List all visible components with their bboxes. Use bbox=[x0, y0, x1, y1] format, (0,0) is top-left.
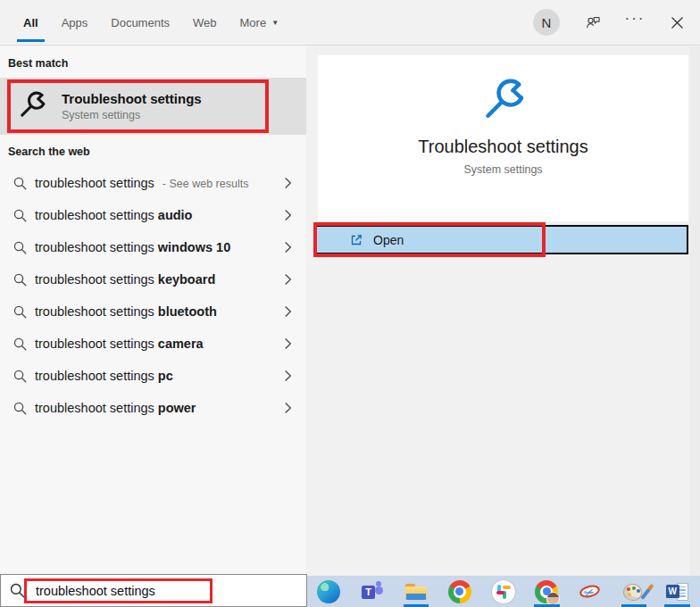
chevron-right-icon bbox=[283, 208, 293, 222]
chevron-right-icon bbox=[283, 272, 293, 287]
file-explorer-icon bbox=[404, 580, 428, 603]
web-suggestion-bluetooth[interactable]: troubleshoot settingsbluetooth bbox=[0, 295, 306, 328]
chevron-right-icon bbox=[283, 176, 293, 190]
web-suggestion-windows-10[interactable]: troubleshoot settingswindows 10 bbox=[0, 231, 306, 263]
snipping-tool-icon: ✂ bbox=[579, 580, 602, 603]
tab-apps[interactable]: Apps bbox=[54, 0, 96, 45]
taskbar-item-file-explorer[interactable] bbox=[395, 576, 438, 607]
taskbar-item-chrome[interactable] bbox=[438, 576, 481, 607]
word-icon: W bbox=[666, 580, 689, 603]
tab-more[interactable]: More ▼ bbox=[232, 0, 288, 45]
tab-all[interactable]: All bbox=[15, 0, 46, 45]
taskbar-item-paint[interactable] bbox=[612, 576, 656, 607]
header-actions: N ··· bbox=[533, 0, 686, 45]
search-icon bbox=[12, 304, 28, 320]
windows-search-panel: All Apps Documents Web More ▼ N bbox=[0, 0, 700, 607]
search-icon bbox=[12, 208, 28, 223]
edge-icon bbox=[317, 580, 340, 603]
chevron-down-icon: ▼ bbox=[271, 19, 279, 27]
chevron-right-icon bbox=[283, 304, 293, 319]
wrench-icon bbox=[479, 77, 529, 127]
feedback-icon[interactable] bbox=[584, 13, 602, 31]
web-suggestion-camera[interactable]: troubleshoot settingscamera bbox=[0, 328, 306, 360]
chevron-right-icon bbox=[283, 369, 293, 383]
web-suggestion-power[interactable]: troubleshoot settingspower bbox=[0, 392, 306, 424]
chevron-right-icon bbox=[283, 337, 293, 351]
taskbar-item-snipping-tool[interactable]: ✂ bbox=[569, 576, 612, 607]
best-match-title: Troubleshoot settings bbox=[62, 91, 202, 106]
search-the-web-heading: Search the web bbox=[0, 135, 306, 158]
chevron-right-icon bbox=[283, 401, 293, 415]
chrome-profile-icon bbox=[535, 580, 558, 603]
preview-card: Troubleshoot settings System settings bbox=[318, 55, 688, 221]
panel-right-gutter bbox=[689, 46, 700, 576]
search-header: All Apps Documents Web More ▼ N bbox=[0, 0, 700, 46]
wrench-icon bbox=[16, 90, 48, 122]
more-options-icon[interactable]: ··· bbox=[626, 13, 644, 31]
search-results-panel: Best match Troubleshoot settings System … bbox=[0, 46, 306, 574]
taskbar-item-teams[interactable]: T bbox=[351, 576, 395, 607]
search-icon bbox=[12, 369, 28, 384]
preview-title: Troubleshoot settings bbox=[418, 137, 588, 157]
open-action-button[interactable]: Open bbox=[315, 225, 688, 254]
slack-icon bbox=[492, 580, 515, 603]
open-external-icon bbox=[349, 233, 363, 247]
web-suggestion-keyboard[interactable]: troubleshoot settingskeyboard bbox=[0, 263, 306, 295]
taskbar-item-edge[interactable] bbox=[307, 576, 351, 607]
open-label: Open bbox=[373, 233, 404, 247]
search-icon bbox=[12, 337, 28, 352]
chevron-right-icon bbox=[283, 240, 293, 254]
taskbar-item-chrome-profile[interactable] bbox=[525, 576, 569, 607]
teams-icon: T bbox=[361, 580, 384, 603]
close-icon[interactable] bbox=[668, 13, 686, 31]
best-match-result[interactable]: Troubleshoot settings System settings bbox=[0, 78, 306, 135]
best-match-subtitle: System settings bbox=[62, 109, 202, 121]
web-suggestion-list: troubleshoot settings- See web results t… bbox=[0, 167, 306, 424]
taskbar-item-slack[interactable] bbox=[481, 576, 525, 607]
chrome-icon bbox=[448, 580, 471, 603]
search-icon bbox=[12, 272, 28, 287]
best-match-heading: Best match bbox=[0, 46, 306, 70]
search-input-value: troubleshoot settings bbox=[36, 584, 155, 598]
search-icon bbox=[12, 176, 28, 191]
search-icon bbox=[9, 582, 26, 599]
search-filter-tabs: All Apps Documents Web More ▼ bbox=[15, 0, 294, 45]
web-suggestion-see-results[interactable]: troubleshoot settings- See web results bbox=[0, 167, 306, 199]
web-suggestion-audio[interactable]: troubleshoot settingsaudio bbox=[0, 199, 306, 231]
tab-documents[interactable]: Documents bbox=[103, 0, 178, 45]
search-input[interactable]: troubleshoot settings bbox=[0, 574, 307, 607]
taskbar: T ✂ bbox=[307, 576, 700, 607]
taskbar-item-word[interactable]: W bbox=[655, 576, 699, 607]
preview-subtitle: System settings bbox=[463, 163, 542, 176]
search-icon bbox=[12, 240, 28, 255]
tab-web[interactable]: Web bbox=[185, 0, 225, 45]
paint-icon bbox=[622, 580, 646, 603]
user-avatar[interactable]: N bbox=[533, 9, 560, 36]
search-icon bbox=[12, 401, 28, 416]
web-suggestion-pc[interactable]: troubleshoot settingspc bbox=[0, 360, 306, 392]
